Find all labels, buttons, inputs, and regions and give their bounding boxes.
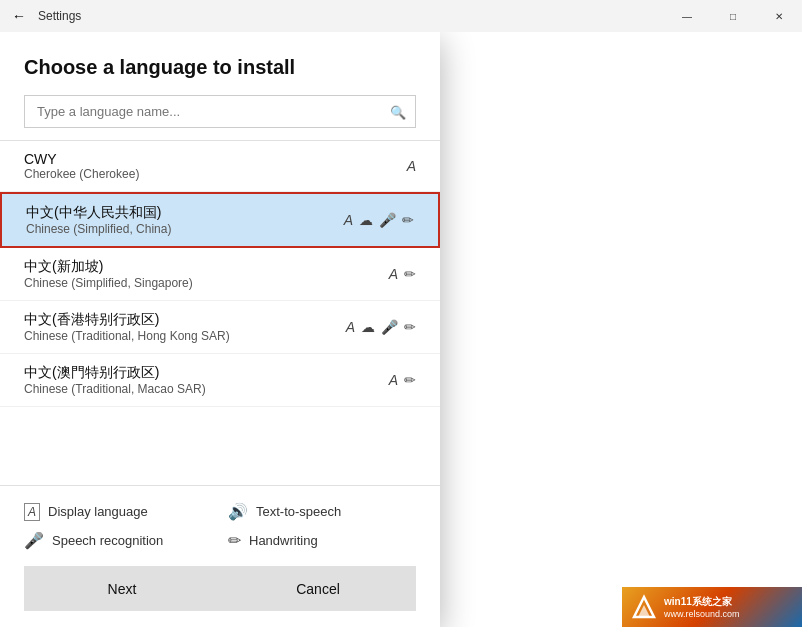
lang-chinese-mo-text: 中文(澳門特别行政区) Chinese (Traditional, Macao …	[24, 364, 206, 396]
lang-chinese-sc-text: 中文(中华人民共和国) Chinese (Simplified, China)	[26, 204, 171, 236]
watermark-line2: www.relsound.com	[664, 609, 740, 619]
lang-item-cherokee[interactable]: CWY Cherokee (Cherokee) A	[0, 141, 440, 192]
cap-display-icon2: A	[344, 212, 353, 228]
speech-rec-icon: 🎤	[24, 531, 44, 550]
close-button[interactable]: ✕	[756, 0, 802, 32]
dialog-buttons: Next Cancel	[24, 566, 416, 611]
cap-pen-icon: ✏	[402, 212, 414, 228]
lang-item-chinese-simplified-china[interactable]: 中文(中华人民共和国) Chinese (Simplified, China) …	[0, 192, 440, 248]
lang-chinese-sc-caps: A ☁ 🎤 ✏	[344, 212, 414, 228]
cap-pen-icon4: ✏	[404, 372, 416, 388]
lang-item-chinese-simplified-singapore[interactable]: 中文(新加坡) Chinese (Simplified, Singapore) …	[0, 248, 440, 301]
lang-chinese-hk-name: Chinese (Traditional, Hong Kong SAR)	[24, 329, 230, 343]
language-dialog: Choose a language to install 🔍 CWY Chero…	[0, 32, 440, 627]
lang-chinese-mo-caps: A ✏	[389, 372, 416, 388]
cap-display-icon3: A	[389, 266, 398, 282]
feature-display-language-label: Display language	[48, 504, 148, 519]
feature-speech-recognition: 🎤 Speech recognition	[24, 531, 212, 550]
cancel-button[interactable]: Cancel	[220, 567, 416, 611]
search-icon: 🔍	[390, 104, 406, 119]
lang-item-chinese-trad-macao[interactable]: 中文(澳門特别行政区) Chinese (Traditional, Macao …	[0, 354, 440, 407]
lang-cherokee-code: CWY	[24, 151, 139, 167]
features-grid: A Display language 🔊 Text-to-speech 🎤 Sp…	[24, 502, 416, 550]
lang-chinese-ss-caps: A ✏	[389, 266, 416, 282]
lang-cherokee-caps: A	[407, 158, 416, 174]
cap-cloud-icon: ☁	[359, 212, 373, 228]
display-lang-icon: A	[24, 503, 40, 521]
lang-item-chinese-trad-hk[interactable]: 中文(香港特别行政区) Chinese (Traditional, Hong K…	[0, 301, 440, 354]
feature-handwriting-label: Handwriting	[249, 533, 318, 548]
lang-chinese-ss-text: 中文(新加坡) Chinese (Simplified, Singapore)	[24, 258, 193, 290]
dialog-search-container: 🔍	[24, 95, 416, 128]
next-button[interactable]: Next	[24, 567, 220, 611]
cap-pen-icon2: ✏	[404, 266, 416, 282]
lang-chinese-sc-code: 中文(中华人民共和国)	[26, 204, 171, 222]
lang-cherokee-name: Cherokee (Cherokee)	[24, 167, 139, 181]
window-title-area: ← Settings	[12, 8, 81, 24]
features-panel: A Display language 🔊 Text-to-speech 🎤 Sp…	[0, 485, 440, 627]
cap-display-icon4: A	[346, 319, 355, 335]
cap-display-icon5: A	[389, 372, 398, 388]
maximize-button[interactable]: □	[710, 0, 756, 32]
feature-speech-rec-label: Speech recognition	[52, 533, 163, 548]
lang-chinese-ss-code: 中文(新加坡)	[24, 258, 193, 276]
minimize-button[interactable]: —	[664, 0, 710, 32]
app-container: ⌂ Home Time & Language 🕐 Date & time 🌐 R…	[0, 32, 802, 627]
back-button[interactable]: ←	[12, 8, 26, 24]
cap-mic-icon: 🎤	[379, 212, 396, 228]
feature-text-to-speech: 🔊 Text-to-speech	[228, 502, 416, 521]
watermark-line1: win11系统之家	[664, 595, 740, 609]
cap-pen-icon3: ✏	[404, 319, 416, 335]
lang-chinese-hk-caps: A ☁ 🎤 ✏	[346, 319, 416, 335]
feature-handwriting: ✏ Handwriting	[228, 531, 416, 550]
lang-chinese-hk-text: 中文(香港特别行政区) Chinese (Traditional, Hong K…	[24, 311, 230, 343]
language-search-input[interactable]	[24, 95, 416, 128]
lang-chinese-mo-code: 中文(澳門特别行政区)	[24, 364, 206, 382]
cap-mic-icon2: 🎤	[381, 319, 398, 335]
feature-display-language: A Display language	[24, 502, 212, 521]
feature-tts-label: Text-to-speech	[256, 504, 341, 519]
window-title: Settings	[38, 9, 81, 23]
lang-chinese-ss-name: Chinese (Simplified, Singapore)	[24, 276, 193, 290]
lang-chinese-sc-name: Chinese (Simplified, China)	[26, 222, 171, 236]
language-list[interactable]: CWY Cherokee (Cherokee) A 中文(中华人民共和国) Ch…	[0, 140, 440, 485]
watermark: win11系统之家 www.relsound.com	[622, 587, 802, 627]
watermark-logo	[630, 593, 658, 621]
tts-icon: 🔊	[228, 502, 248, 521]
lang-chinese-mo-name: Chinese (Traditional, Macao SAR)	[24, 382, 206, 396]
window-chrome: ← Settings — □ ✕	[0, 0, 802, 32]
lang-chinese-hk-code: 中文(香港特别行政区)	[24, 311, 230, 329]
handwriting-icon: ✏	[228, 531, 241, 550]
lang-cherokee-text: CWY Cherokee (Cherokee)	[24, 151, 139, 181]
cap-cloud-icon2: ☁	[361, 319, 375, 335]
window-controls: — □ ✕	[664, 0, 802, 32]
dialog-title: Choose a language to install	[0, 32, 440, 95]
cap-display-icon: A	[407, 158, 416, 174]
